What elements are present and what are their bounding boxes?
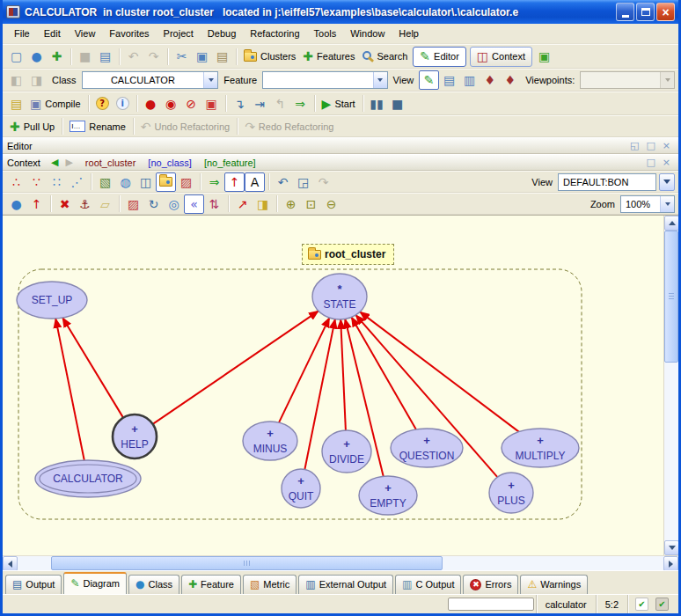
rename-button[interactable]: I…Rename [66, 117, 129, 136]
run-no-debug-icon[interactable]: ⇒ [290, 94, 311, 114]
diagram-canvas[interactable]: SET_UP*STATE+HELPCALCULATOR+MINUS+QUIT+D… [3, 216, 663, 555]
editor-toggle[interactable]: ✎Editor [413, 47, 465, 67]
anchor-link-icon[interactable]: ↗ [232, 194, 253, 214]
class-combo[interactable]: CALCULATOR [82, 71, 219, 89]
step-over-icon[interactable]: ⇥ [250, 94, 270, 114]
clusters-toggle[interactable] [156, 172, 176, 192]
feature-combo[interactable] [262, 71, 387, 89]
pane-float-icon[interactable]: ◱ [626, 139, 642, 153]
vertical-scrollbar[interactable] [663, 216, 678, 555]
tab-c-output[interactable]: ▥C Output [395, 575, 461, 594]
inheritance-edge-calculator-set_up[interactable] [55, 319, 84, 460]
tab-metric[interactable]: ▧Metric [243, 575, 297, 594]
search-button[interactable]: Search [359, 47, 412, 66]
scroll-right-button[interactable] [663, 556, 678, 571]
copy-icon[interactable]: ▣ [192, 47, 212, 66]
class-colors-icon[interactable]: ▨ [176, 172, 196, 192]
class-valid-icon[interactable]: ✔ [632, 595, 652, 614]
menu-file[interactable]: File [7, 26, 37, 41]
class-node-question[interactable]: +QUESTION [391, 429, 463, 467]
supplier-links-icon[interactable]: ∴ [6, 172, 26, 192]
new-inheritance-tool-icon[interactable]: ↑ [26, 194, 47, 214]
class-node-state[interactable]: *STATE [312, 274, 367, 319]
menu-window[interactable]: Window [343, 26, 392, 41]
export-layout-icon[interactable]: ◍ [115, 172, 135, 192]
class-node-minus[interactable]: +MINUS [243, 422, 297, 460]
fit-to-screen-icon[interactable]: ⊡ [301, 194, 321, 214]
labels-toggle[interactable]: A [245, 172, 265, 192]
tab-class[interactable]: ●Class [128, 575, 179, 594]
show-breakpoints-icon[interactable]: ▣ [201, 94, 222, 114]
cluster-label[interactable]: root_cluster [302, 244, 394, 265]
context-crumb-1[interactable]: [no_class] [148, 158, 192, 168]
paste-icon[interactable]: ▤ [212, 47, 232, 66]
maximize-button[interactable] [636, 3, 655, 21]
zoom-out-icon[interactable]: ⊖ [321, 194, 341, 214]
menu-edit[interactable]: Edit [37, 26, 68, 41]
context-crumb-2[interactable]: [no_feature] [204, 158, 256, 168]
tab-diagram[interactable]: ✎Diagram [63, 572, 127, 594]
rotate-icon[interactable]: ↻ [143, 194, 164, 214]
vertical-scroll-track[interactable] [664, 231, 678, 540]
save-all-icon[interactable]: ▤ [95, 47, 115, 66]
pause-icon[interactable]: ▮▮ [367, 94, 387, 114]
new-feature-icon[interactable]: ✚ [47, 47, 67, 66]
tab-feature[interactable]: ✚Feature [181, 575, 241, 594]
vertical-scroll-thumb[interactable] [664, 231, 678, 363]
erase-icon[interactable]: ▱ [95, 194, 115, 214]
horizontal-scroll-thumb[interactable] [51, 556, 443, 570]
title-bar[interactable]: CALCULATOR in cluster root_cluster locat… [3, 0, 678, 24]
new-class-tool-icon[interactable]: ● [6, 194, 26, 214]
delete-icon[interactable]: ✖ [55, 194, 75, 214]
horizontal-scrollbar[interactable] [3, 555, 678, 570]
context-back-icon[interactable]: ◀ [48, 156, 62, 170]
inheritance-edge-help-set_up[interactable] [62, 318, 123, 418]
tab-output[interactable]: ▤Output [5, 575, 62, 594]
uml-view-icon[interactable]: ◫ [135, 172, 156, 192]
project-settings-icon[interactable]: ▤ [6, 94, 26, 114]
clusters-button[interactable]: Clusters [240, 47, 299, 66]
info-icon[interactable]: i [113, 94, 133, 114]
force-layout-toggle[interactable]: « [184, 194, 204, 214]
scroll-down-button[interactable] [664, 540, 679, 555]
zoom-combo[interactable]: 100% [620, 195, 675, 213]
class-node-multiply[interactable]: +MULTIPLY [502, 429, 579, 467]
contract-view-icon[interactable]: ♦ [480, 70, 500, 90]
collapse-links-icon[interactable]: ⋰ [67, 172, 87, 192]
class-node-empty[interactable]: +EMPTY [359, 476, 417, 515]
pull-up-button[interactable]: ✚Pull Up [6, 117, 58, 136]
drop-breakpoint-icon[interactable]: ● [141, 94, 161, 114]
class-node-plus[interactable]: +PLUS [489, 473, 533, 513]
menu-debug[interactable]: Debug [201, 26, 243, 41]
compiled-ok-icon[interactable]: ✔ [652, 595, 672, 614]
context-close-icon[interactable]: × [659, 156, 674, 170]
class-node-quit[interactable]: +QUIT [282, 469, 320, 508]
minimize-button[interactable] [616, 3, 634, 21]
zoom-in-icon[interactable]: ⊕ [281, 194, 301, 214]
expand-links-icon[interactable]: ∷ [47, 172, 67, 192]
diagram-view-combo[interactable]: DEFAULT:BON [558, 173, 656, 191]
features-button[interactable]: ✚Features [299, 47, 358, 66]
diagram-view-drop-button[interactable] [659, 173, 675, 191]
context-toggle[interactable]: ◫Context [470, 47, 532, 67]
close-button[interactable]: × [656, 3, 675, 21]
remove-anchor-icon[interactable]: ⚓ [75, 194, 95, 214]
last-error-icon[interactable]: ? [92, 94, 113, 114]
disable-breakpoints-icon[interactable]: ⊘ [181, 94, 201, 114]
zoom-combo-arrow-icon[interactable] [660, 196, 674, 212]
start-button[interactable]: ▶Start [319, 94, 359, 114]
cut-icon[interactable]: ✂ [172, 47, 192, 66]
menu-favorites[interactable]: Favorites [102, 26, 156, 41]
flat-view-icon[interactable]: ▥ [459, 70, 480, 90]
inheritance-links-toggle[interactable]: ↑ [224, 172, 245, 192]
external-commands-icon[interactable]: ▣ [534, 47, 554, 66]
diagram-history-icon[interactable]: ◲ [293, 172, 313, 192]
class-node-divide[interactable]: +DIVIDE [322, 430, 371, 473]
menu-view[interactable]: View [68, 26, 103, 41]
basic-text-view-toggle[interactable]: ✎ [419, 70, 439, 90]
create-links-icon[interactable]: ⇒ [204, 172, 224, 192]
flat-contract-view-icon[interactable]: ♦ [500, 70, 520, 90]
export-png-icon[interactable]: ▧ [95, 172, 115, 192]
horizontal-scroll-track[interactable] [18, 556, 663, 570]
fill-colors-icon[interactable]: ▨ [123, 194, 143, 214]
